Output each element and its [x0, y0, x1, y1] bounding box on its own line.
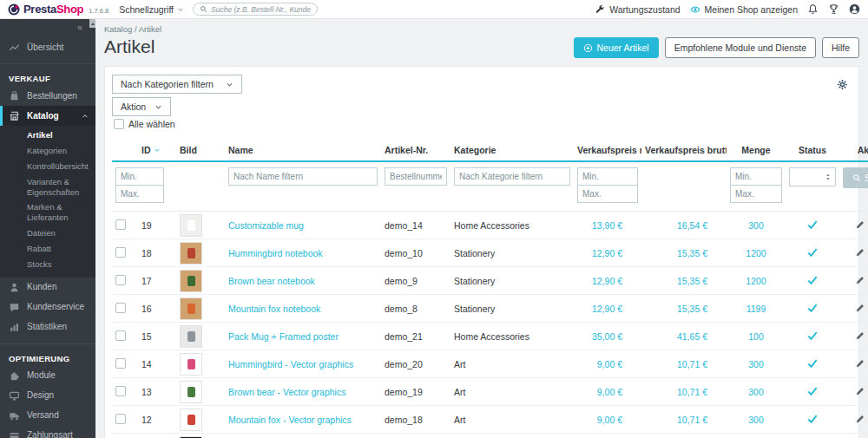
row-image-cell	[176, 239, 225, 267]
quantity-max-input[interactable]	[730, 185, 782, 203]
select-all-checkbox[interactable]	[114, 119, 124, 129]
title-row: Artikel Neuer Artikel Empfohlene Module …	[104, 36, 859, 58]
sidebar-subitem-kategorien[interactable]: Kategorien	[0, 143, 95, 159]
sidebar-item-katalog[interactable]: Katalog	[0, 106, 95, 126]
product-thumbnail[interactable]	[180, 297, 202, 320]
sidebar-item-label: Katalog	[27, 111, 75, 121]
row-checkbox[interactable]	[115, 330, 126, 341]
product-name-link[interactable]: Customizable mug	[228, 220, 304, 231]
row-category-cell: Stationery	[450, 267, 574, 295]
quantity-min-input[interactable]	[730, 167, 782, 186]
row-actions	[855, 303, 868, 313]
status-filter-select[interactable]	[789, 167, 836, 186]
topbar-right: Wartungszustand Meinen Shop anzeigen	[595, 3, 860, 15]
pencil-icon[interactable]	[855, 330, 865, 341]
product-name-link[interactable]: Hummingbird notebook	[228, 248, 323, 258]
sidebar-item-zahlungsart[interactable]: Zahlungsart	[0, 426, 95, 438]
quick-access-menu[interactable]: Schnellzugriff	[119, 4, 184, 15]
sidebar-subitem-marken-lieferanten[interactable]: Marken & Lieferanten	[0, 199, 95, 226]
product-thumbnail[interactable]	[180, 242, 202, 265]
sidebar-item-statistiken[interactable]: Statistiken	[0, 317, 95, 337]
sidebar-item-kunden[interactable]: Kunden	[0, 278, 95, 297]
notifications-button[interactable]	[807, 3, 819, 15]
product-name-link[interactable]: Mountain fox notebook	[228, 304, 320, 314]
row-checkbox[interactable]	[115, 247, 126, 258]
product-thumbnail-motif	[187, 220, 195, 231]
global-search[interactable]	[193, 3, 318, 16]
row-checkbox[interactable]	[115, 219, 126, 230]
pencil-icon[interactable]	[855, 275, 865, 285]
product-name-link[interactable]: Mountain fox - Vector graphics	[228, 415, 352, 425]
bulk-action-dropdown[interactable]: Aktion	[112, 97, 171, 116]
category-filter-dropdown[interactable]: Nach Kategorien filtern	[112, 75, 242, 94]
pencil-icon[interactable]	[855, 386, 865, 396]
breadcrumb-katalog[interactable]: Katalog	[104, 24, 132, 34]
reference-filter-input[interactable]	[385, 167, 447, 186]
sidebar-subitem-stocks[interactable]: Stocks	[0, 257, 95, 272]
prestashop-logo[interactable]: PrestaShop 1.7.6.8	[8, 3, 108, 16]
pencil-icon[interactable]	[855, 247, 865, 258]
id-min-input[interactable]	[115, 167, 164, 186]
row-name-cell: Customizable mug	[225, 212, 381, 239]
category-filter-input[interactable]	[454, 167, 570, 186]
sidebar-item-kundenservice[interactable]: Kundenservice	[0, 297, 95, 317]
account-menu-button[interactable]	[849, 3, 860, 15]
sidebar-item-bestellungen[interactable]: Bestellungen	[0, 86, 95, 106]
product-name-link[interactable]: Brown bear notebook	[228, 276, 315, 286]
product-thumbnail[interactable]	[180, 270, 202, 292]
sidebar-subitem-varianten-eigenschaften[interactable]: Varianten & Eigenschaften	[0, 174, 95, 200]
new-article-button[interactable]: Neuer Artikel	[574, 37, 659, 58]
pencil-icon[interactable]	[855, 219, 865, 230]
row-category-cell: Home Accessories	[450, 434, 574, 438]
list-settings-button[interactable]	[837, 78, 848, 94]
sidebar-item-module[interactable]: Module	[0, 366, 95, 386]
select-all: Alle wählen	[114, 119, 852, 129]
pencil-icon[interactable]	[855, 358, 865, 369]
chevron-down-icon	[177, 6, 184, 13]
sidebar-item-design[interactable]: Design	[0, 386, 95, 406]
product-name-link[interactable]: Hummingbird - Vector graphics	[228, 359, 353, 369]
sidebar-subitem-dateien[interactable]: Dateien	[0, 226, 95, 241]
price-max-input[interactable]	[577, 185, 638, 203]
product-name-link[interactable]: Pack Mug + Framed poster	[228, 331, 339, 342]
row-id-cell: 16	[138, 295, 176, 323]
product-thumbnail[interactable]	[180, 409, 202, 431]
table-row: 17Brown bear notebookdemo_9Stationery12,…	[112, 267, 868, 295]
eye-icon	[690, 4, 700, 15]
sidebar-collapse-button[interactable]: «	[0, 19, 95, 34]
achievements-button[interactable]	[828, 3, 839, 15]
global-search-input[interactable]	[211, 5, 311, 14]
pencil-icon[interactable]	[855, 303, 865, 313]
sidebar-subitem-artikel[interactable]: Artikel	[0, 127, 95, 143]
product-thumbnail[interactable]	[180, 325, 202, 348]
row-checkbox[interactable]	[115, 358, 126, 369]
help-button[interactable]: Hilfe	[822, 37, 859, 58]
row-checkbox[interactable]	[115, 303, 126, 313]
sidebar-item-übersicht[interactable]: Übersicht	[0, 37, 95, 57]
column-header-id[interactable]: ID	[138, 140, 176, 161]
product-thumbnail[interactable]	[180, 353, 202, 376]
id-sort-control[interactable]: ID	[141, 145, 161, 155]
row-checkbox[interactable]	[115, 386, 126, 396]
sidebar-subitem-rabatt[interactable]: Rabatt	[0, 241, 95, 257]
sidebar-item-versand[interactable]: Versand	[0, 406, 95, 426]
recommended-modules-button[interactable]: Empfohlene Module und Dienste	[665, 37, 816, 58]
product-name-link[interactable]: Brown bear - Vector graphics	[228, 387, 345, 397]
row-checkbox-cell	[112, 350, 138, 378]
price-min-input[interactable]	[577, 167, 638, 186]
row-id-cell: 15	[138, 323, 176, 350]
view-shop-link[interactable]: Meinen Shop anzeigen	[690, 4, 798, 15]
id-max-input[interactable]	[115, 185, 164, 203]
row-checkbox[interactable]	[115, 414, 126, 424]
maintenance-mode-link[interactable]: Wartungszustand	[595, 4, 680, 15]
table-search-button[interactable]: Suche	[843, 167, 868, 188]
product-thumbnail[interactable]	[180, 381, 202, 403]
row-checkbox[interactable]	[115, 275, 126, 285]
breadcrumb-artikel[interactable]: Artikel	[139, 24, 161, 34]
sidebar-subitem-kontrollübersicht[interactable]: Kontrollübersicht	[0, 159, 95, 174]
name-filter-input[interactable]	[228, 167, 378, 186]
sidebar-scrollbar[interactable]	[89, 19, 95, 28]
stats-icon	[9, 322, 20, 333]
product-thumbnail[interactable]	[180, 214, 202, 237]
pencil-icon[interactable]	[855, 414, 865, 424]
